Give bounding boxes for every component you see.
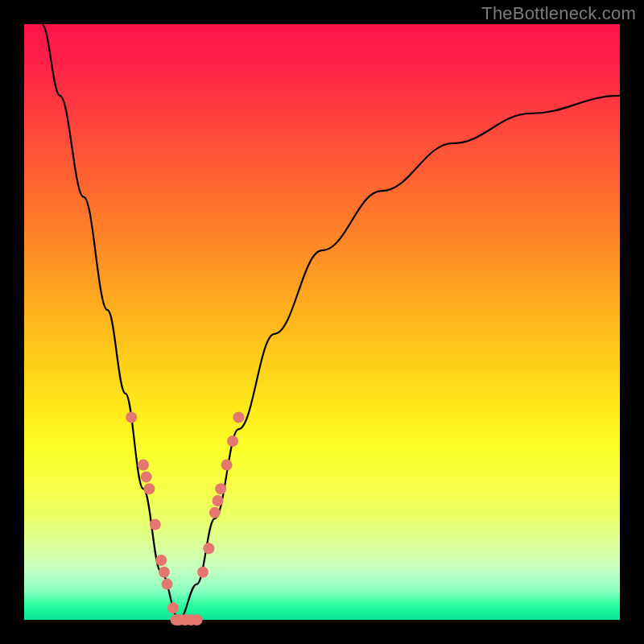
data-marker xyxy=(203,543,214,554)
data-marker xyxy=(150,519,161,530)
data-marker xyxy=(126,411,137,423)
data-marker xyxy=(155,555,167,566)
data-marker xyxy=(143,483,155,494)
data-marker xyxy=(215,483,226,494)
bottleneck-curve xyxy=(42,24,620,620)
data-marker xyxy=(138,460,149,471)
data-marker xyxy=(233,411,244,423)
chart-svg xyxy=(24,24,620,620)
data-marker xyxy=(227,436,238,447)
data-marker xyxy=(167,602,179,613)
watermark-text: TheBottleneck.com xyxy=(481,3,636,24)
data-marker xyxy=(197,567,208,578)
data-marker xyxy=(192,614,203,625)
data-markers xyxy=(126,411,244,625)
data-marker xyxy=(221,460,233,471)
data-marker xyxy=(209,507,221,518)
data-marker xyxy=(162,579,173,590)
data-marker xyxy=(141,471,152,482)
data-marker xyxy=(159,567,170,578)
data-marker xyxy=(213,495,224,506)
chart-frame: TheBottleneck.com xyxy=(0,0,644,644)
plot-area xyxy=(24,24,620,620)
